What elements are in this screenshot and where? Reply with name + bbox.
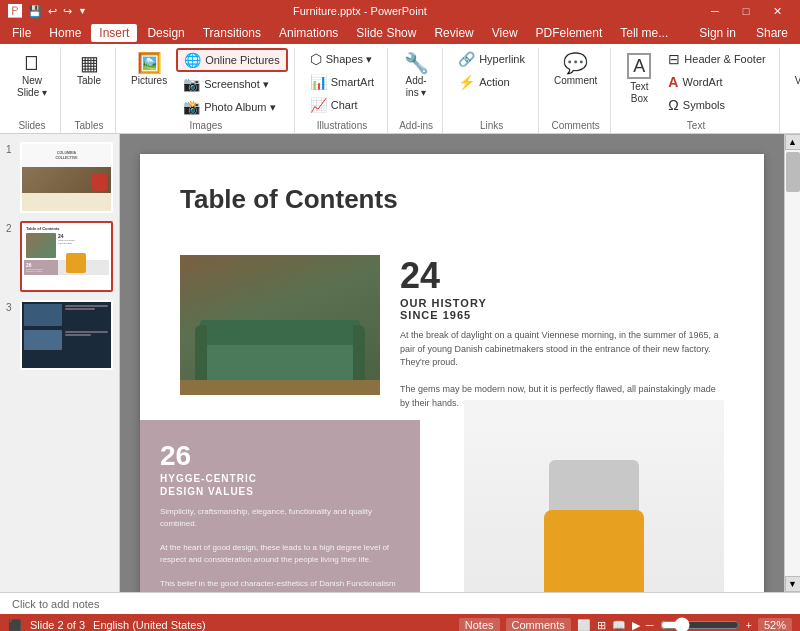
menu-view[interactable]: View <box>484 24 526 42</box>
slide-preview-2[interactable]: Table of Contents 24 OUR HISTORYSINCE 19… <box>20 221 113 292</box>
header-footer-label: Header & Footer <box>684 53 765 65</box>
slide-thumb-2[interactable]: 2 Table of Contents 24 OUR HISTORYSINCE … <box>6 221 113 292</box>
photo-album-btn[interactable]: 📸 Photo Album ▾ <box>176 96 288 118</box>
notes-btn[interactable]: Notes <box>459 618 500 631</box>
table-btn[interactable]: ▦ Table <box>69 48 109 92</box>
photo-album-label: Photo Album ▾ <box>204 101 275 114</box>
pictures-btn[interactable]: 🖼️ Pictures <box>124 48 174 92</box>
shapes-btn[interactable]: ⬡ Shapes ▾ <box>303 48 381 70</box>
screenshot-btn[interactable]: 📷 Screenshot ▾ <box>176 73 288 95</box>
scrollbar-up-btn[interactable]: ▲ <box>785 134 801 150</box>
hyperlink-label: Hyperlink <box>479 53 525 65</box>
wordart-label: WordArt <box>682 76 722 88</box>
slide1-logo: COLUMBIACOLLECTIVE <box>55 151 77 160</box>
slide-preview-1[interactable]: COLUMBIACOLLECTIVE <box>20 142 113 213</box>
canvas-area[interactable]: Table of Contents 24 OUR <box>120 134 784 592</box>
ribbon-group-tables: ▦ Table Tables <box>63 48 116 133</box>
slide-title-area: Table of Contents <box>140 154 764 255</box>
menu-design[interactable]: Design <box>139 24 192 42</box>
close-btn[interactable]: ✕ <box>762 0 792 22</box>
quick-access-redo[interactable]: ↪ <box>63 5 72 18</box>
title-text: Furniture.pptx - PowerPoint <box>293 5 427 17</box>
title-bar-left: 🅿 💾 ↩ ↪ ▼ Furniture.pptx - PowerPoint <box>8 3 427 19</box>
media-group-content: 🎬 Video ▾ 🎵 Audio ▾ ⏺ ScreenRecording <box>788 48 800 118</box>
online-pictures-label: Online Pictures <box>205 54 280 66</box>
view-reading-icon[interactable]: 📖 <box>612 619 626 632</box>
chapter-1-num: 24 <box>400 255 724 297</box>
text-section-1: 24 OUR HISTORYSINCE 1965 At the break of… <box>380 255 724 410</box>
menu-home[interactable]: Home <box>41 24 89 42</box>
symbols-btn[interactable]: Ω Symbols <box>661 94 772 116</box>
illustrations-group-label: Illustrations <box>317 118 368 131</box>
pictures-label: Pictures <box>131 75 167 87</box>
new-slide-icon: 🗌 <box>22 53 42 73</box>
menu-transitions[interactable]: Transitions <box>195 24 269 42</box>
video-btn[interactable]: 🎬 Video ▾ <box>788 48 800 92</box>
quick-access-undo[interactable]: ↩ <box>48 5 57 18</box>
chapter-1-subtitle: OUR HISTORYSINCE 1965 <box>400 297 724 321</box>
links-group-content: 🔗 Hyperlink ⚡ Action <box>451 48 532 118</box>
slide-info: Slide 2 of 3 <box>30 619 85 631</box>
menu-review[interactable]: Review <box>426 24 481 42</box>
view-slideshow-icon[interactable]: ▶ <box>632 619 640 632</box>
addins-btn[interactable]: 🔧 Add-ins ▾ <box>396 48 436 104</box>
window-controls: ─ □ ✕ <box>700 0 792 22</box>
minimize-btn[interactable]: ─ <box>700 0 730 22</box>
zoom-in-icon[interactable]: + <box>746 619 752 631</box>
chart-icon: 📈 <box>310 97 327 113</box>
content-upper: 24 OUR HISTORYSINCE 1965 At the break of… <box>140 255 764 410</box>
video-label: Video ▾ <box>795 75 800 87</box>
quick-access-customize[interactable]: ▼ <box>78 6 87 16</box>
images-small-group: 🌐 Online Pictures 📷 Screenshot ▾ 📸 Photo… <box>176 48 288 118</box>
language-label: English (United States) <box>93 619 206 631</box>
slide-thumb-3[interactable]: 3 <box>6 300 113 371</box>
menu-animations[interactable]: Animations <box>271 24 346 42</box>
action-btn[interactable]: ⚡ Action <box>451 71 532 93</box>
maximize-btn[interactable]: □ <box>731 0 761 22</box>
view-slidesorter-icon[interactable]: ⊞ <box>597 619 606 632</box>
wordart-btn[interactable]: A WordArt <box>661 71 772 93</box>
zoom-out-icon[interactable]: ─ <box>646 619 654 631</box>
menu-slideshow[interactable]: Slide Show <box>348 24 424 42</box>
smartart-btn[interactable]: 📊 SmartArt <box>303 71 381 93</box>
images-group-label: Images <box>189 118 222 131</box>
status-left: ⬛ Slide 2 of 3 English (United States) <box>8 619 206 632</box>
menu-pdfelement[interactable]: PDFelement <box>528 24 611 42</box>
status-right: Notes Comments ⬜ ⊞ 📖 ▶ ─ + 52% <box>459 617 792 631</box>
new-slide-label: NewSlide ▾ <box>17 75 47 99</box>
scrollbar-down-btn[interactable]: ▼ <box>785 576 801 592</box>
images-group-content: 🖼️ Pictures 🌐 Online Pictures 📷 Screensh… <box>124 48 288 118</box>
chart-btn[interactable]: 📈 Chart <box>303 94 381 116</box>
new-slide-btn[interactable]: 🗌 NewSlide ▾ <box>10 48 54 104</box>
scrollbar-thumb[interactable] <box>786 152 800 192</box>
zoom-level[interactable]: 52% <box>758 618 792 631</box>
title-bar: 🅿 💾 ↩ ↪ ▼ Furniture.pptx - PowerPoint ─ … <box>0 0 800 22</box>
menu-insert[interactable]: Insert <box>91 24 137 42</box>
comments-btn[interactable]: Comments <box>506 618 571 631</box>
quick-access-save[interactable]: 💾 <box>28 5 42 18</box>
ribbon: 🗌 NewSlide ▾ Slides ▦ Table Tables 🖼️ Pi <box>0 44 800 134</box>
slides-group-label: Slides <box>18 118 45 131</box>
symbols-icon: Ω <box>668 97 678 113</box>
scrollbar-track[interactable] <box>785 150 800 576</box>
notes-area[interactable]: Click to add notes <box>0 592 800 614</box>
zoom-slider[interactable] <box>660 617 740 631</box>
slides-panel: 1 COLUMBIACOLLECTIVE 2 <box>0 134 120 592</box>
textbox-icon: A <box>627 53 651 79</box>
slide-preview-3[interactable] <box>20 300 113 371</box>
menu-file[interactable]: File <box>4 24 39 42</box>
share-btn[interactable]: Share <box>748 24 796 42</box>
online-pictures-btn[interactable]: 🌐 Online Pictures <box>176 48 288 72</box>
vertical-scrollbar[interactable]: ▲ ▼ <box>784 134 800 592</box>
header-footer-btn[interactable]: ⊟ Header & Footer <box>661 48 772 70</box>
textbox-btn[interactable]: A TextBox <box>619 48 659 110</box>
comment-btn[interactable]: 💬 Comment <box>547 48 604 92</box>
notes-placeholder: Click to add notes <box>12 598 99 610</box>
hyperlink-btn[interactable]: 🔗 Hyperlink <box>451 48 532 70</box>
menu-tellme[interactable]: Tell me... <box>612 24 676 42</box>
sign-in-btn[interactable]: Sign in <box>691 24 744 42</box>
slide-thumb-1[interactable]: 1 COLUMBIACOLLECTIVE <box>6 142 113 213</box>
comments-group-label: Comments <box>552 118 600 131</box>
comment-label: Comment <box>554 75 597 87</box>
view-normal-icon[interactable]: ⬜ <box>577 619 591 632</box>
